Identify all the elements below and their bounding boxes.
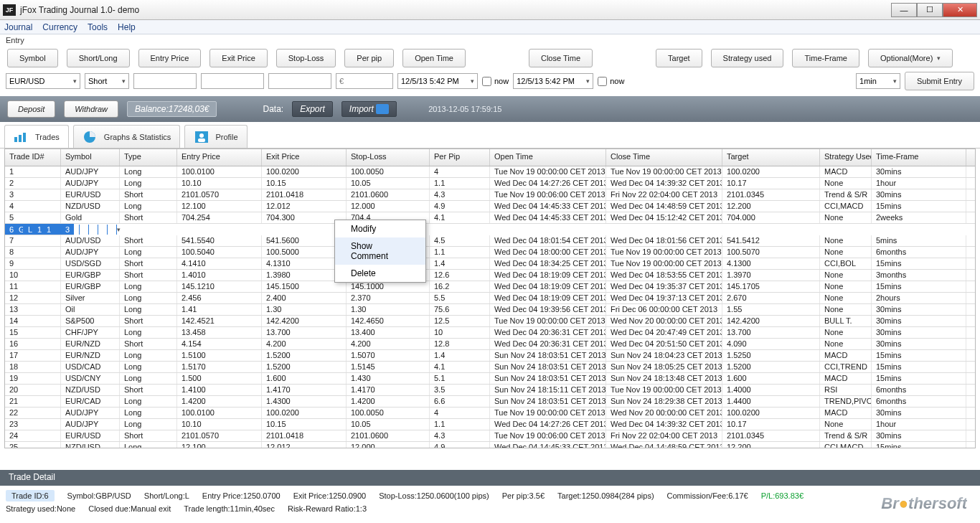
table-row[interactable]: 19USD/CNYLong1.5001.6001.4305.1Sun Nov 2… [5, 373, 975, 385]
import-button[interactable]: Import [341, 101, 397, 118]
table-row[interactable]: 25NZD/USDLong12.10012.01212.0004.9Wed De… [5, 442, 975, 448]
table-row[interactable]: 20NZD/USDShort1.41001.41701.41703.5Sun N… [5, 385, 975, 396]
col-close[interactable]: Close Time [606, 149, 722, 166]
grid-body[interactable]: 1AUD/JPYLong100.0100100.0200100.00504Tue… [5, 166, 975, 448]
col-strategy[interactable]: Strategy Used [820, 149, 872, 166]
tab-profile[interactable]: Profile [184, 125, 247, 148]
col-perpip[interactable]: Per Pip [430, 149, 490, 166]
cell: 10.17 [722, 178, 820, 189]
menu-journal[interactable]: Journal [4, 22, 32, 32]
tab-trades[interactable]: Trades [4, 125, 69, 148]
closetime-picker[interactable]: 12/5/13 5:42 PM [513, 73, 593, 89]
cell: EUR/GBP [61, 270, 120, 281]
hdr-closetime[interactable]: Close Time [529, 49, 593, 67]
table-row[interactable]: 10EUR/GBPShort1.40101.398012.6Wed Dec 04… [5, 270, 975, 281]
cell: 20 [5, 385, 61, 395]
timeframe-select[interactable]: 1min [856, 73, 900, 89]
hdr-timeframe[interactable]: Time-Frame [792, 49, 859, 67]
table-row[interactable]: 24EUR/USDShort2101.05702101.04182101.060… [5, 430, 975, 442]
hdr-symbol[interactable]: Symbol [7, 49, 58, 67]
symbol-select[interactable]: EUR/USD [6, 73, 80, 89]
perpip-input[interactable] [336, 73, 393, 89]
side-select[interactable]: Short [85, 73, 129, 89]
opentime-picker[interactable]: 12/5/13 5:42 PM [397, 73, 478, 89]
col-timeframe[interactable]: Time-Frame [872, 149, 966, 166]
hdr-strategy[interactable]: Strategy used [711, 49, 784, 67]
table-row[interactable]: 13OilLong1.411.301.3075.6Wed Dec 04 19:3… [5, 304, 975, 316]
cell: 10.10 [177, 178, 262, 189]
table-row[interactable]: 14S&P500Short142.4521142.4200142.465012.… [5, 316, 975, 327]
hdr-optional[interactable]: Optional(More) [868, 49, 953, 67]
tab-graphs[interactable]: Graphs & Statistics [73, 125, 181, 148]
table-row[interactable]: 4NZD/USDLong12.10012.01212.0004.9Wed Dec… [5, 201, 975, 212]
col-sl[interactable]: Stop-Loss [347, 149, 430, 166]
col-exit[interactable]: Exit Price [262, 149, 347, 166]
cell: None [820, 339, 872, 349]
col-target[interactable]: Target [722, 149, 820, 166]
hdr-perpip[interactable]: Per pip [344, 49, 394, 67]
table-row[interactable]: 15CHF/JPYLong13.45813.70013.40010Wed Dec… [5, 327, 975, 339]
table-row[interactable]: 22AUD/JPYLong100.0100100.0200100.00504Tu… [5, 407, 975, 419]
col-symbol[interactable]: Symbol [61, 149, 120, 166]
cell: 4.200 [262, 339, 347, 349]
hdr-entryprice[interactable]: Entry Price [138, 49, 202, 67]
hdr-opentime[interactable]: Open Time [402, 49, 466, 67]
close-button[interactable]: ✕ [943, 3, 977, 17]
table-row[interactable]: 23AUD/JPYLong10.1010.1510.051.1Wed Dec 0… [5, 419, 975, 430]
table-row[interactable]: 7AUD/USDShort541.5540541.56004.5Wed Dec … [5, 235, 975, 247]
table-row[interactable]: 21EUR/CADLong1.42001.43001.42006.6Sun No… [5, 396, 975, 407]
cell: AUD/JPY [61, 247, 120, 258]
withdraw-button[interactable]: Withdraw [64, 100, 118, 118]
exit-price-input[interactable] [201, 73, 264, 89]
table-row[interactable]: 12SilverLong2.4562.4002.3705.5Wed Dec 04… [5, 293, 975, 304]
deposit-button[interactable]: Deposit [7, 100, 55, 118]
cell: Fri Dec 06 00:00:00 CET 2013 [606, 304, 722, 315]
cell: Fri Nov 22 02:04:00 CET 2013 [606, 189, 722, 200]
table-row[interactable]: 6GBP/USDLong1250.07001250.09003.5Wed Dec… [5, 224, 74, 235]
ctx-modify[interactable]: Modify [335, 220, 425, 237]
hdr-exitprice[interactable]: Exit Price [209, 49, 267, 67]
now-open-checkbox[interactable]: now [482, 77, 509, 86]
hdr-shortlong[interactable]: Short/Long [67, 49, 130, 67]
cell: 4.090 [722, 339, 820, 349]
col-id[interactable]: Trade ID# [5, 149, 61, 166]
menu-currency[interactable]: Currency [42, 22, 77, 32]
hdr-target[interactable]: Target [656, 49, 702, 67]
cell: AUD/JPY [61, 407, 120, 418]
col-type[interactable]: Type [120, 149, 177, 166]
submit-entry-button[interactable]: Submit Entry [905, 72, 974, 90]
menu-help[interactable]: Help [118, 22, 136, 32]
cell: 1.600 [722, 373, 820, 384]
table-row[interactable]: 3EUR/USDShort2101.05702101.04182101.0600… [5, 189, 975, 201]
col-entry[interactable]: Entry Price [177, 149, 262, 166]
menu-tools[interactable]: Tools [88, 22, 108, 32]
table-row[interactable]: 18USD/CADLong1.51701.52001.51454.1Sun No… [5, 362, 975, 373]
table-row[interactable]: 9USD/SGDShort4.14104.13101.4Wed Dec 04 1… [5, 258, 975, 270]
ctx-show-comment[interactable]: Show Comment [335, 237, 425, 265]
ctx-delete[interactable]: Delete [335, 265, 425, 282]
export-button[interactable]: Export [292, 101, 333, 117]
folder-icon [376, 104, 389, 114]
cell: Short [120, 339, 177, 349]
hdr-stoploss[interactable]: Stop-Loss [276, 49, 336, 67]
table-row[interactable]: 11EUR/GBPLong145.1210145.1500145.100016.… [5, 281, 975, 293]
entry-price-input[interactable] [133, 73, 197, 89]
col-open[interactable]: Open Time [490, 149, 606, 166]
svg-rect-2 [23, 133, 26, 142]
table-row[interactable]: 16EUR/NZDShort4.1544.2004.20012.8Wed Dec… [5, 339, 975, 350]
cell: 25 [5, 442, 61, 448]
maximize-button[interactable]: ☐ [917, 3, 943, 17]
table-row[interactable]: 2AUD/JPYLong10.1010.1510.051.1Wed Dec 04… [5, 178, 975, 189]
table-row[interactable]: 8AUD/JPYLong100.5040100.50001.1Wed Dec 0… [5, 247, 975, 258]
table-row[interactable]: 5GoldShort704.254704.300704.44.1Wed Dec … [5, 212, 975, 224]
cell: 142.4200 [722, 316, 820, 326]
table-row[interactable]: 17EUR/NZDLong1.51001.52001.50701.4Sun No… [5, 350, 975, 362]
cell: 100.0100 [177, 166, 262, 177]
cell: Long [120, 407, 177, 418]
minimize-button[interactable]: — [891, 3, 917, 17]
table-row[interactable]: 1AUD/JPYLong100.0100100.0200100.00504Tue… [5, 166, 975, 178]
cell: Oil [61, 304, 120, 315]
stoploss-input[interactable] [268, 73, 331, 89]
cell: 3months [872, 270, 966, 281]
now-close-checkbox[interactable]: now [598, 77, 624, 86]
